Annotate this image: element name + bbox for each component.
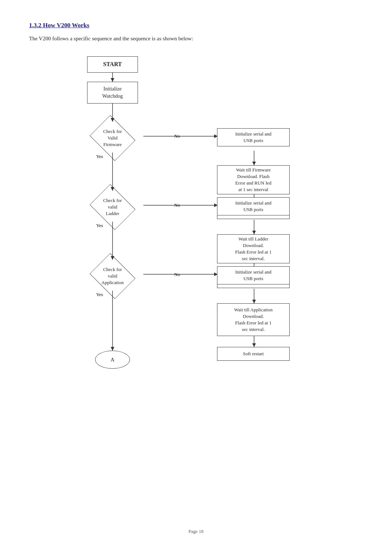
init-serial-3-box: Initialize serial and USB ports (217, 266, 290, 284)
check-ladder-diamond: Check for valid Ladder (76, 189, 149, 225)
check-firmware-diamond: Check for Valid Firmware (76, 120, 149, 156)
svg-marker-7 (252, 162, 256, 165)
check-app-diamond: Check for valid Application (76, 258, 149, 294)
init-watchdog-label: Initialize Watchdog (102, 85, 123, 100)
terminal-a-oval: A (95, 351, 130, 369)
start-box: START (87, 56, 138, 73)
svg-marker-25 (252, 343, 256, 347)
yes-label-3: Yes (96, 292, 103, 298)
wait-app-box: Wait till Application Download. Flash Er… (217, 303, 290, 336)
intro-text: The V200 follows a specific sequence and… (29, 36, 363, 42)
check-app-label: Check for valid Application (101, 266, 123, 286)
no-label-1: No (174, 133, 180, 139)
init-serial-2-box: Initialize serial and USB ports (217, 197, 290, 215)
svg-marker-15 (252, 231, 256, 234)
init-serial-1-box: Initialize serial and USB ports (217, 128, 290, 146)
section-title: 1.3.2 How V200 Works (29, 22, 363, 29)
page-number: Page 18 (29, 529, 363, 534)
flowchart: START Initialize Watchdog Check for Vali… (40, 53, 352, 518)
yes-label-2: Yes (96, 223, 103, 229)
yes-label-1: Yes (96, 154, 103, 159)
init-watchdog-box: Initialize Watchdog (87, 82, 138, 104)
check-ladder-label: Check for valid Ladder (103, 197, 122, 217)
svg-marker-27 (111, 347, 114, 351)
no-label-3: No (174, 272, 180, 278)
wait-ladder-box: Wait till Ladder Download. Flash Error l… (217, 234, 290, 263)
svg-marker-23 (252, 300, 256, 303)
page: 1.3.2 How V200 Works The V200 follows a … (0, 0, 392, 554)
wait-firmware-box: Wait till Firmware Download. Flash Error… (217, 165, 290, 194)
svg-marker-1 (111, 78, 114, 82)
soft-restart-3-box: Soft restart (217, 347, 290, 361)
no-label-2: No (174, 202, 180, 208)
check-firmware-label: Check for Valid Firmware (103, 128, 122, 148)
